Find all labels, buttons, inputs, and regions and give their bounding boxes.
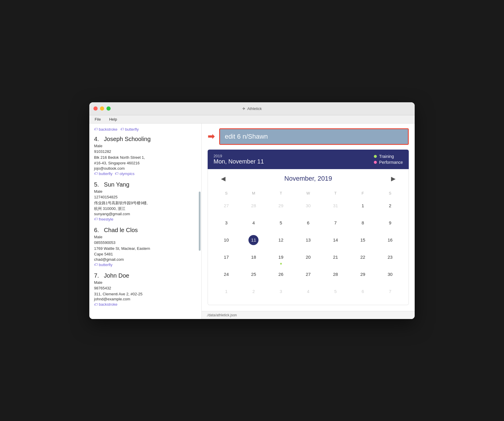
athlete-tag-olympics[interactable]: 🏷 olympics — [115, 171, 135, 176]
menu-file[interactable]: File — [93, 116, 102, 122]
calendar-day[interactable]: 25 — [240, 266, 267, 283]
athlete-tag-backstroke-7[interactable]: 🏷 backstroke — [94, 302, 117, 307]
day-number: 19 — [276, 252, 286, 262]
status-path: ./data/athletick.json — [206, 313, 237, 317]
athlete-tag-butterfly[interactable]: 🏷 butterfly — [94, 171, 112, 176]
day-number: 5 — [276, 218, 286, 228]
calendar-day[interactable]: 30 — [377, 266, 404, 283]
calendar-day[interactable]: 22 — [349, 249, 376, 266]
tag-icon: 🏷 — [115, 171, 118, 176]
legend-performance: Performance — [374, 160, 403, 165]
calendar-day[interactable]: 8 — [349, 214, 376, 231]
athlete-email-7: johnd@example.com — [94, 297, 197, 301]
tag-icon-backstroke: 🏷 — [94, 127, 98, 131]
calendar-day[interactable]: 16 — [377, 231, 404, 249]
calendar-day[interactable]: 3 — [213, 214, 240, 231]
athlete-phone-6: 0855590053 — [94, 240, 197, 246]
calendar-day[interactable]: 4 — [240, 214, 267, 231]
calendar-day[interactable]: 7 — [377, 283, 404, 300]
day-number: 17 — [221, 252, 231, 262]
day-number: 4 — [303, 286, 313, 297]
athlete-email-5: sunyang@gmail.com — [94, 212, 197, 216]
calendar-day[interactable]: 15 — [349, 231, 376, 249]
calendar-day[interactable]: 5 — [322, 283, 349, 300]
weekday-sat: S — [377, 189, 404, 197]
day-number: 29 — [276, 201, 286, 211]
calendar-day[interactable]: 17 — [213, 249, 240, 266]
day-number: 29 — [358, 269, 368, 279]
calendar-day[interactable]: 27 — [295, 266, 322, 283]
day-number: 7 — [330, 218, 340, 228]
athlete-email-6: chad@gmail.com — [94, 257, 197, 262]
day-number: 14 — [330, 235, 340, 245]
athlete-tags-4: 🏷 butterfly 🏷 olympics — [94, 171, 197, 176]
athlete-name-7: 7. John Doe — [94, 272, 197, 279]
day-number: 2 — [248, 286, 259, 297]
athlete-tag-freestyle[interactable]: 🏷 freestyle — [94, 217, 113, 221]
calendar-day[interactable]: 19 — [267, 249, 295, 266]
athlete-email-4: jojo@outlook.com — [94, 166, 197, 171]
tag-icon-butterfly: 🏷 — [120, 127, 124, 131]
day-number: 7 — [385, 286, 395, 297]
calendar-day[interactable]: 10 — [213, 231, 240, 249]
day-number: 22 — [358, 252, 368, 262]
arrow-indicator: ➡ — [208, 132, 214, 141]
calendar-day[interactable]: 9 — [377, 214, 404, 231]
day-number: 31 — [330, 201, 340, 211]
tag-butterfly[interactable]: 🏷 butterfly — [120, 127, 139, 132]
calendar-section: 2019 Mon, November 11 Training Performan… — [202, 150, 415, 311]
scrollbar[interactable] — [199, 192, 201, 251]
day-number: 20 — [303, 252, 313, 262]
calendar-day[interactable]: 21 — [322, 249, 349, 266]
calendar-day[interactable]: 5 — [267, 214, 295, 231]
calendar-day[interactable]: 27 — [213, 197, 240, 214]
calendar-day[interactable]: 1 — [349, 197, 376, 214]
calendar-day[interactable]: 20 — [295, 249, 322, 266]
next-month-button[interactable]: ▶ — [389, 174, 398, 183]
command-input[interactable] — [220, 129, 408, 144]
calendar-day[interactable]: 31 — [322, 197, 349, 214]
calendar-day[interactable]: 14 — [322, 231, 349, 249]
calendar-day[interactable]: 29 — [349, 266, 376, 283]
training-label: Training — [379, 154, 394, 159]
command-bar: ➡ — [202, 124, 415, 150]
prev-month-button[interactable]: ◀ — [219, 174, 228, 183]
calendar-day[interactable]: 26 — [267, 266, 295, 283]
weekday-thu: T — [322, 189, 349, 197]
calendar-day[interactable]: 7 — [322, 214, 349, 231]
tag-backstroke[interactable]: 🏷 backstroke — [94, 127, 117, 132]
calendar-day[interactable]: 28 — [240, 197, 267, 214]
close-button[interactable] — [93, 106, 98, 111]
calendar-day[interactable]: 24 — [213, 266, 240, 283]
minimize-button[interactable] — [100, 106, 104, 111]
calendar-day[interactable]: 23 — [377, 249, 404, 266]
athlete-entry-5[interactable]: 5. Sun Yang Male 12740154825 伟业路1号高新软件园9… — [94, 181, 197, 221]
calendar-day[interactable]: 2 — [240, 283, 267, 300]
day-number: 26 — [276, 269, 286, 279]
legend-training: Training — [374, 154, 394, 159]
calendar-day[interactable]: 12 — [267, 231, 295, 249]
calendar-day[interactable]: 29 — [267, 197, 295, 214]
day-number: 1 — [358, 201, 368, 211]
athlete-entry-6[interactable]: 6. Chad le Clos Male 0855590053 1769 Wat… — [94, 227, 197, 267]
calendar-day[interactable]: 30 — [295, 197, 322, 214]
calendar-day[interactable]: 6 — [349, 283, 376, 300]
calendar-day[interactable]: 1 — [213, 283, 240, 300]
tag-icon: 🏷 — [94, 171, 98, 176]
calendar-day[interactable]: 13 — [295, 231, 322, 249]
maximize-button[interactable] — [106, 106, 111, 111]
calendar-day[interactable]: 6 — [295, 214, 322, 231]
calendar-grid: S M T W T F S 27282930311234567891011121… — [213, 189, 404, 300]
calendar-day[interactable]: 4 — [295, 283, 322, 300]
athlete-address-5: 伟业路1号高新软件园9号楼9楼,杭州 310000, 浙江 — [94, 200, 197, 212]
calendar-day[interactable]: 11 — [240, 231, 267, 249]
menu-help[interactable]: Help — [108, 116, 118, 122]
athlete-tag-butterfly-6[interactable]: 🏷 butterfly — [94, 263, 112, 267]
calendar-day[interactable]: 28 — [322, 266, 349, 283]
athlete-entry-7[interactable]: 7. John Doe Male 98765432 311, Clementi … — [94, 272, 197, 307]
calendar-day[interactable]: 18 — [240, 249, 267, 266]
day-number: 15 — [358, 235, 368, 245]
athlete-entry-4[interactable]: 4. Joseph Schooling Male 91031282 Blk 21… — [94, 136, 197, 176]
calendar-day[interactable]: 2 — [377, 197, 404, 214]
calendar-day[interactable]: 3 — [267, 283, 295, 300]
